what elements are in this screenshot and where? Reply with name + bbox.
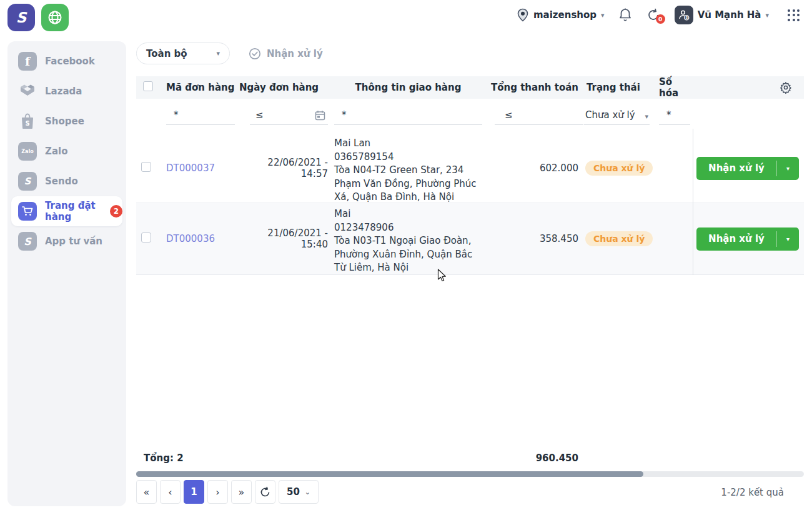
shipping-phone: 0123478906 <box>334 221 485 235</box>
sapo-icon: S <box>18 232 37 251</box>
svg-text:S: S <box>25 120 29 127</box>
check-circle-icon <box>249 48 261 60</box>
prev-page-button[interactable]: ‹ <box>160 480 181 504</box>
filter-status-select[interactable]: Chưa xử lý ▾ <box>584 106 650 125</box>
mouse-cursor <box>437 269 447 282</box>
col-header-code[interactable]: Mã đơn hàng <box>166 82 239 93</box>
order-code-link[interactable]: DT000036 <box>166 233 239 244</box>
chevron-down-icon: ▾ <box>645 112 650 121</box>
sidebar-item-facebook[interactable]: f Facebook <box>7 46 126 76</box>
orders-toolbar: Toàn bộ ▾ Nhận xử lý <box>136 42 323 64</box>
shipping-address: Tòa N04-T2 Green Star, 234 Phạm Văn Đồng… <box>334 164 485 204</box>
accept-order-label: Nhận xử lý <box>696 162 776 174</box>
sidebar-item-label: Trang đặt hàng <box>45 200 101 222</box>
refresh-button[interactable] <box>255 480 275 504</box>
select-all-checkbox[interactable] <box>143 81 153 91</box>
row-checkbox[interactable] <box>141 162 151 172</box>
orders-page: Toàn bộ ▾ Nhận xử lý Mã đơn hàng Ngày đơ… <box>136 0 804 510</box>
last-page-button[interactable]: » <box>231 480 252 504</box>
filter-shipping-input[interactable] <box>334 109 482 121</box>
col-header-status[interactable]: Trạng thái <box>578 82 655 93</box>
globe-icon <box>47 9 63 26</box>
filter-total-operator: ≤ <box>495 109 513 121</box>
scope-select[interactable]: Toàn bộ ▾ <box>136 42 230 64</box>
calendar-icon[interactable] <box>315 110 325 121</box>
summary-row: Tổng: 2 960.450 <box>136 452 804 466</box>
next-page-button[interactable]: › <box>207 480 228 504</box>
filter-total[interactable]: ≤ <box>495 106 583 125</box>
sidebar-item-label: Zalo <box>45 146 67 157</box>
sidebar-item-shopee[interactable]: S Shopee <box>7 106 126 136</box>
facebook-icon: f <box>18 52 37 71</box>
accept-order-label: Nhận xử lý <box>696 233 776 244</box>
app-launcher-icons: S <box>7 4 69 31</box>
page-size-select[interactable]: 50 ⌄ <box>279 480 319 504</box>
order-total: 602.000 <box>485 162 578 174</box>
sendo-icon: S <box>18 172 37 191</box>
sidebar-item-label: App tư vấn <box>45 236 102 247</box>
scope-select-value: Toàn bộ <box>146 48 187 59</box>
channel-sidebar: f Facebook Lazada S Shopee Zalo Zalo S S… <box>7 41 126 506</box>
globe-app-icon[interactable] <box>41 4 69 31</box>
col-header-digitize[interactable]: Số hóa <box>655 76 693 99</box>
scrollbar-thumb[interactable] <box>136 471 643 477</box>
order-count-badge: 2 <box>110 205 122 218</box>
order-date: 22/06/2021 - 14:57 <box>239 157 332 179</box>
accept-order-button[interactable]: Nhận xử lý ▾ <box>696 228 799 251</box>
bulk-accept-button[interactable]: Nhận xử lý <box>249 48 323 60</box>
pinned-column-divider <box>693 129 693 275</box>
orders-table: Mã đơn hàng Ngày đơn hàng Thông tin giao… <box>136 76 804 275</box>
sidebar-item-zalo[interactable]: Zalo Zalo <box>7 136 126 166</box>
sidebar-item-label: Facebook <box>45 56 95 67</box>
row-checkbox[interactable] <box>141 232 151 242</box>
accept-order-caret[interactable]: ▾ <box>777 165 799 172</box>
chevron-down-icon: ⌄ <box>305 488 310 496</box>
shipping-info: Mai 0123478906 Tòa N03-T1 Ngoại Giao Đoà… <box>332 203 485 275</box>
accept-order-caret[interactable]: ▾ <box>777 236 799 242</box>
col-header-date[interactable]: Ngày đơn hàng <box>239 82 332 93</box>
page-size-value: 50 <box>287 486 300 498</box>
pagination: « ‹ 1 › » 50 ⌄ <box>136 480 319 504</box>
sidebar-item-trang-dat-hang[interactable]: Trang đặt hàng 2 <box>11 196 122 226</box>
shipping-name: Mai Lan <box>334 137 485 151</box>
table-header-row: Mã đơn hàng Ngày đơn hàng Thông tin giao… <box>136 76 804 99</box>
sapo-app-icon[interactable]: S <box>7 4 35 31</box>
sidebar-item-label: Shopee <box>45 116 84 127</box>
shipping-name: Mai <box>334 208 485 221</box>
status-badge: Chưa xử lý <box>585 161 653 176</box>
filter-status-value: Chưa xử lý <box>584 109 635 121</box>
table-row: DT000037 22/06/2021 - 14:57 Mai Lan 0365… <box>136 132 804 203</box>
results-count: 1-2/2 kết quả <box>721 487 784 498</box>
table-row: DT000036 21/06/2021 - 15:40 Mai 01234789… <box>136 203 804 275</box>
filter-date[interactable]: ≤ <box>250 106 328 125</box>
gear-icon[interactable] <box>780 81 792 94</box>
accept-order-button[interactable]: Nhận xử lý ▾ <box>696 157 799 180</box>
horizontal-scrollbar[interactable] <box>136 471 804 477</box>
sidebar-item-label: Lazada <box>45 86 82 97</box>
shopee-icon: S <box>18 112 37 131</box>
order-date: 21/06/2021 - 15:40 <box>239 228 332 250</box>
summary-amount: 960.450 <box>485 452 578 464</box>
filter-digitize-input[interactable] <box>659 109 690 121</box>
filter-code-input[interactable] <box>166 109 235 121</box>
table-filter-row: ≤ ≤ Chưa xử lý ▾ <box>136 99 804 132</box>
sidebar-item-lazada[interactable]: Lazada <box>7 76 126 106</box>
col-header-total[interactable]: Tổng thanh toán <box>485 82 578 93</box>
sidebar-item-app-tu-van[interactable]: S App tư vấn <box>7 226 126 256</box>
status-badge: Chưa xử lý <box>585 231 653 246</box>
col-header-shipping[interactable]: Thông tin giao hàng <box>332 82 485 93</box>
current-page-button[interactable]: 1 <box>184 480 204 504</box>
lazada-icon <box>18 82 37 101</box>
zalo-icon: Zalo <box>18 142 37 161</box>
bulk-accept-label: Nhận xử lý <box>267 48 323 59</box>
sidebar-item-sendo[interactable]: S Sendo <box>7 166 126 196</box>
order-code-link[interactable]: DT000037 <box>166 162 239 174</box>
refresh-icon <box>259 486 271 498</box>
filter-date-operator: ≤ <box>250 109 264 121</box>
summary-count: Tổng: 2 <box>144 452 184 464</box>
shipping-phone: 0365789154 <box>334 151 485 164</box>
chevron-down-icon: ▾ <box>216 49 220 58</box>
first-page-button[interactable]: « <box>136 480 157 504</box>
cart-icon <box>18 202 37 221</box>
shipping-address: Tòa N03-T1 Ngoại Giao Đoàn, Phường Xuân … <box>334 234 485 275</box>
